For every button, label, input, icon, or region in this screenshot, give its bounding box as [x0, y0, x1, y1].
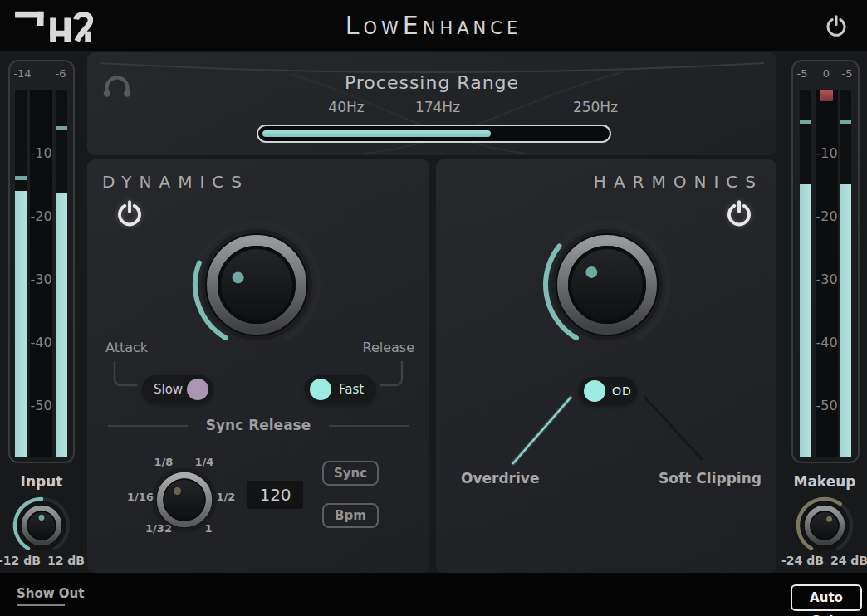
scale-tick: -40	[816, 335, 838, 350]
scale-tick: -50	[816, 398, 838, 413]
dynamics-title: DYNAMICS	[102, 172, 249, 192]
meter-fill	[56, 193, 67, 457]
harmonics-amount-knob[interactable]	[536, 214, 678, 355]
output-top-label-mid: 0	[815, 67, 838, 80]
attack-mode-indicator	[187, 379, 208, 400]
input-peak-value-left: -14	[8, 67, 37, 80]
master-power-icon[interactable]	[824, 14, 849, 39]
meter-fill	[15, 191, 27, 457]
scale-tick: -10	[30, 145, 52, 161]
bottom-bar	[0, 573, 867, 616]
release-label: Release	[362, 340, 414, 355]
overdrive-toggle[interactable]: OD	[579, 377, 637, 405]
release-mode-label: Fast	[339, 382, 364, 397]
input-meter-bar-right	[56, 90, 67, 457]
scale-tick: -50	[30, 398, 52, 413]
attack-label: Attack	[105, 340, 148, 355]
meter-peak-tick	[800, 120, 811, 124]
overdrive-mode-label[interactable]: Overdrive	[461, 470, 539, 486]
release-mode-indicator	[310, 379, 331, 400]
top-bar: LowEnhance	[0, 0, 867, 51]
overdrive-indicator	[584, 380, 605, 402]
harmonics-panel: HARMONICS OD Overdrive Soft Clipping	[436, 159, 776, 573]
attack-mode-label: Slow	[154, 382, 183, 397]
makeup-gain-knob[interactable]	[793, 494, 856, 557]
input-meter: -14 -6 -10 -20 -30 -40 -50	[8, 60, 75, 463]
freq-label-mid: 174Hz	[396, 99, 479, 115]
meter-peak-tick	[840, 120, 851, 124]
clip-indicator[interactable]	[820, 90, 833, 101]
attack-mode-toggle[interactable]: Slow	[142, 375, 213, 403]
show-out-toggle[interactable]: Show Out	[17, 586, 84, 610]
processing-range-panel: Processing Range 40Hz 174Hz 250Hz	[87, 52, 776, 155]
harmonics-title: HARMONICS	[594, 172, 763, 192]
dynamics-panel: DYNAMICS Attack Release Slow Fast Sync R…	[87, 159, 429, 573]
overdrive-toggle-label: OD	[612, 384, 632, 398]
processing-range-slider-fill	[262, 130, 491, 137]
divider-line	[108, 425, 188, 427]
freq-label-low: 40Hz	[305, 99, 388, 115]
bpm-button[interactable]: Bpm	[322, 503, 379, 528]
dynamics-power-icon[interactable]	[115, 199, 144, 229]
plugin-title: LowEnhance	[0, 0, 867, 51]
meter-fill	[840, 184, 851, 457]
output-top-label-left: -5	[791, 67, 814, 80]
harmonics-power-icon[interactable]	[724, 199, 754, 229]
scale-tick: -20	[30, 208, 52, 224]
makeup-gain-range: -24 dB24 dB	[775, 554, 867, 567]
processing-range-title: Processing Range	[87, 72, 776, 93]
makeup-gain-min: -24 dB	[781, 554, 824, 567]
meter-fill	[800, 184, 811, 457]
output-meter: -5 0 -5 -10 -20 -30 -40 -50	[791, 60, 860, 463]
output-meter-bar-left	[800, 90, 811, 457]
dynamics-amount-knob[interactable]	[186, 214, 327, 355]
input-gain-max: 12 dB	[47, 554, 85, 567]
meter-peak-tick	[15, 176, 27, 180]
divider-line	[329, 425, 409, 427]
input-gain-range: -12 dB12 dB	[0, 554, 91, 567]
scale-tick: -40	[30, 335, 52, 350]
input-peak-value-right: -6	[47, 67, 75, 80]
scale-tick: -30	[816, 271, 838, 287]
input-meter-bar-left	[15, 90, 27, 457]
processing-range-slider[interactable]	[257, 125, 611, 143]
input-gain-knob[interactable]	[10, 494, 73, 557]
scale-tick: -10	[816, 145, 838, 161]
output-top-label-right: -5	[835, 67, 859, 80]
soft-clipping-mode-label[interactable]: Soft Clipping	[659, 470, 762, 486]
freq-label-high: 250Hz	[554, 99, 637, 115]
meter-peak-tick	[56, 126, 67, 130]
bpm-value-display[interactable]: 120	[247, 481, 303, 509]
sync-division-knob[interactable]	[151, 467, 218, 533]
input-meter-scale: -10 -20 -30 -40 -50	[30, 90, 52, 457]
output-meter-bar-right	[840, 90, 851, 457]
scale-tick: -30	[30, 271, 52, 287]
output-meter-scale: -10 -20 -30 -40 -50	[816, 90, 838, 457]
input-gain-min: -12 dB	[0, 554, 41, 567]
scale-tick: -20	[816, 208, 838, 224]
sync-button[interactable]: Sync	[322, 461, 379, 486]
makeup-gain-max: 24 dB	[830, 554, 867, 567]
input-gain-label: Input	[0, 473, 83, 490]
release-mode-toggle[interactable]: Fast	[305, 375, 376, 403]
auto-gain-button[interactable]: Auto Gain	[791, 584, 862, 611]
makeup-gain-label: Makeup	[783, 473, 866, 490]
